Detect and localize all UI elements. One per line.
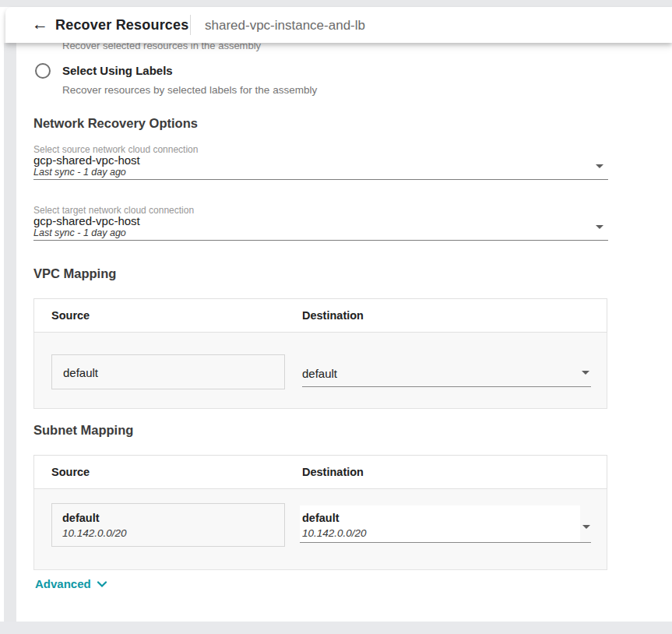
target-connection-underline: [33, 240, 608, 241]
select-using-labels-radio[interactable]: [35, 63, 51, 79]
subnet-source-column-header: Source: [51, 466, 90, 478]
page-background-left: [4, 43, 16, 622]
source-connection-caret-icon[interactable]: [596, 164, 603, 168]
subnet-destination-name[interactable]: default: [302, 512, 340, 524]
select-using-labels-label[interactable]: Select Using Labels: [62, 64, 173, 77]
subnet-destination-cidr: 10.142.0.0/20: [302, 527, 367, 539]
vpc-source-field: default: [51, 354, 285, 389]
page-title: Recover Resources: [55, 7, 189, 43]
subnet-destination-underline: [300, 542, 591, 543]
vpc-destination-caret-icon[interactable]: [582, 371, 589, 375]
advanced-toggle[interactable]: Advanced: [35, 577, 107, 590]
vpc-source-value: default: [52, 355, 284, 390]
back-arrow-icon[interactable]: ←: [32, 7, 48, 43]
chevron-down-icon[interactable]: [97, 581, 107, 588]
subnet-destination-column-header: Destination: [302, 466, 364, 478]
page-background-top: [0, 0, 672, 7]
recover-resources-panel: ← Recover Resources shared-vpc-instance-…: [0, 0, 672, 634]
network-recovery-heading: Network Recovery Options: [33, 116, 198, 131]
vpc-source-column-header: Source: [51, 309, 90, 322]
subnet-source-cidr: 10.142.0.0/20: [62, 527, 127, 539]
assembly-name: shared-vpc-instance-and-lb: [205, 7, 365, 43]
panel-header: ← Recover Resources shared-vpc-instance-…: [5, 7, 672, 43]
subnet-source-name: default: [62, 512, 100, 524]
vpc-destination-value[interactable]: default: [302, 367, 337, 380]
page-background-bottom: [0, 622, 672, 634]
source-connection-value[interactable]: gcp-shared-vpc-host: [33, 153, 140, 167]
previous-option-description: Recover selected resources in the assemb…: [62, 43, 261, 51]
target-connection-value[interactable]: gcp-shared-vpc-host: [33, 214, 140, 227]
target-connection-caret-icon[interactable]: [596, 225, 603, 229]
vpc-mapping-heading: VPC Mapping: [33, 266, 116, 281]
header-divider: [190, 15, 191, 35]
subnet-destination-caret-icon[interactable]: [582, 525, 590, 529]
source-connection-underline: [33, 179, 608, 180]
vpc-destination-column-header: Destination: [302, 309, 364, 322]
content-scroll-area[interactable]: Recover selected resources in the assemb…: [16, 43, 667, 622]
subnet-mapping-heading: Subnet Mapping: [33, 423, 133, 438]
select-using-labels-description: Recover resources by selected labels for…: [62, 84, 317, 96]
target-connection-last-sync: Last sync - 1 day ago: [33, 227, 126, 238]
vpc-destination-underline: [302, 386, 591, 387]
subnet-source-field: [51, 503, 285, 547]
advanced-label[interactable]: Advanced: [35, 577, 91, 590]
source-connection-last-sync: Last sync - 1 day ago: [33, 167, 126, 178]
